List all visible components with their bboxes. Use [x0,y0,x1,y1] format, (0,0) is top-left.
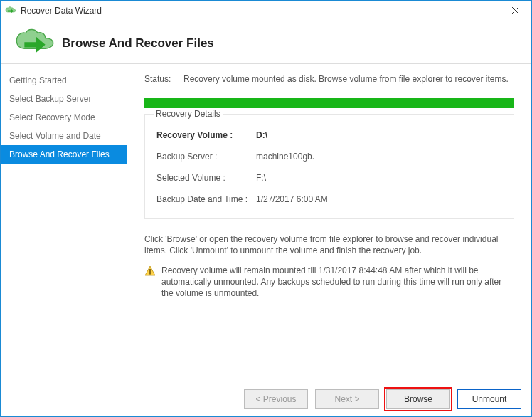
sidebar-item-select-backup-server[interactable]: Select Backup Server [1,90,127,108]
unmount-button[interactable]: Unmount [457,389,521,409]
page-title: Browse And Recover Files [62,36,214,51]
app-icon [5,5,16,16]
wizard-footer: < Previous Next > Browse Unmount [1,381,531,416]
sidebar-item-select-recovery-mode[interactable]: Select Recovery Mode [1,108,127,127]
cloud-icon [14,28,56,59]
details-legend: Recovery Details [154,109,223,119]
window-title: Recover Data Wizard [21,6,102,16]
instructions-text: Click 'Browse' or open the recovery volu… [144,233,514,256]
detail-backup-date-time: Backup Date and Time : 1/27/2017 6:00 AM [154,189,505,210]
status-text: Recovery volume mounted as disk. Browse … [183,74,514,84]
warning-text: Recovery volume will remain mounted till… [161,265,514,299]
recovery-details: Recovery Details Recovery Volume : D:\ B… [144,114,514,219]
svg-rect-1 [149,273,150,275]
previous-button: < Previous [244,389,308,409]
wizard-main: Status: Recovery volume mounted as disk.… [127,64,531,381]
detail-backup-server: Backup Server : machine100gb. [154,146,505,167]
sidebar-item-getting-started[interactable]: Getting Started [1,71,127,90]
close-button[interactable] [504,3,526,19]
next-button: Next > [315,389,379,409]
sidebar-item-select-volume-date[interactable]: Select Volume and Date [1,127,127,145]
warning-row: Recovery volume will remain mounted till… [144,265,514,299]
browse-button[interactable]: Browse [386,389,450,409]
detail-recovery-volume: Recovery Volume : D:\ [154,125,505,146]
warning-icon [144,265,156,277]
status-row: Status: Recovery volume mounted as disk.… [144,74,514,84]
wizard-sidebar: Getting Started Select Backup Server Sel… [1,64,127,381]
status-label: Status: [144,74,183,84]
wizard-body: Getting Started Select Backup Server Sel… [1,64,531,381]
svg-rect-0 [149,269,150,273]
titlebar: Recover Data Wizard [1,1,531,20]
wizard-header: Browse And Recover Files [1,20,531,64]
wizard-window: Recover Data Wizard Browse And Recover F… [0,0,532,417]
sidebar-item-browse-recover[interactable]: Browse And Recover Files [1,145,127,164]
progress-bar [144,98,514,108]
detail-selected-volume: Selected Volume : F:\ [154,167,505,189]
